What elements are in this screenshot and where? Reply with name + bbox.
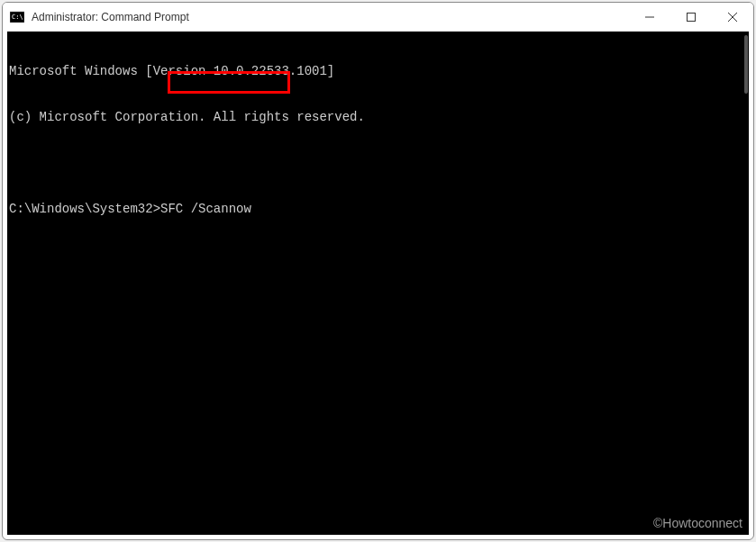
terminal-blank-line	[9, 156, 742, 171]
cmd-icon: C:\	[10, 10, 24, 24]
close-button[interactable]	[712, 3, 753, 32]
window-title: Administrator: Command Prompt	[32, 11, 629, 23]
minimize-button[interactable]	[629, 3, 670, 32]
terminal-area[interactable]: Microsoft Windows [Version 10.0.22533.10…	[7, 32, 749, 535]
window-controls	[629, 3, 753, 32]
svg-rect-3	[688, 14, 696, 22]
prompt-path: C:\Windows\System32>	[9, 202, 160, 216]
maximize-button[interactable]	[670, 3, 712, 32]
terminal-line-version: Microsoft Windows [Version 10.0.22533.10…	[9, 64, 742, 79]
terminal-content: Microsoft Windows [Version 10.0.22533.10…	[7, 32, 742, 535]
typed-command: SFC /Scannow	[160, 202, 251, 216]
svg-text:C:\: C:\	[12, 14, 23, 21]
titlebar[interactable]: C:\ Administrator: Command Prompt	[3, 3, 753, 32]
terminal-prompt-line: C:\Windows\System32>SFC /Scannow	[9, 202, 742, 217]
scrollbar-thumb[interactable]	[744, 35, 748, 94]
command-prompt-window: C:\ Administrator: Command Prompt Micros…	[2, 2, 754, 540]
watermark: ©Howtoconnect	[653, 516, 742, 530]
terminal-line-copyright: (c) Microsoft Corporation. All rights re…	[9, 110, 742, 125]
